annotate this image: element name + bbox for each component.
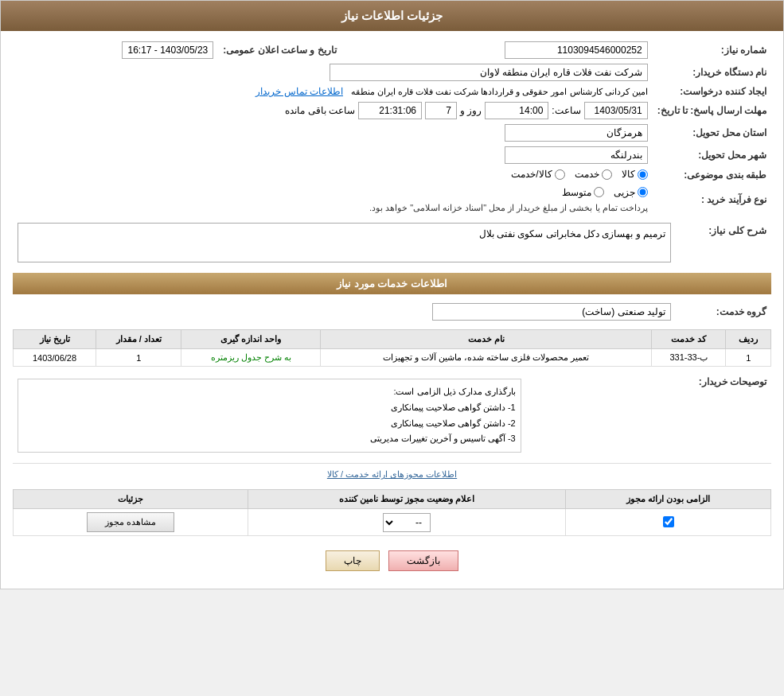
need-description-text: ترمیم و بهسازی دکل مخابراتی سکوی نفتی بل…	[479, 228, 665, 239]
page-header: جزئیات اطلاعات نیاز	[1, 1, 783, 31]
permit-required-checkbox[interactable]	[663, 516, 674, 527]
deadline-day-label: روز و	[460, 105, 482, 116]
buyer-label: نام دستگاه خریدار:	[653, 61, 771, 84]
deadline-label: مهلت ارسال پاسخ: تا تاریخ:	[653, 99, 771, 122]
deadline-time-label: ساعت:	[552, 105, 580, 116]
deadline-date: 1403/05/31	[584, 102, 648, 119]
announcement-value: 1403/05/23 - 16:17	[13, 39, 218, 61]
city-input: بندرلنگه	[505, 146, 648, 164]
deadline-time: 14:00	[485, 102, 548, 119]
buyer-input: شرکت نفت فلات قاره ایران منطقه لاوان	[330, 64, 648, 81]
category-both-radio[interactable]	[555, 169, 565, 180]
info-row-creator: ایجاد کننده درخواست: امین کردانی کارشناس…	[13, 84, 771, 99]
purchase-partial-option[interactable]: جزیی	[614, 187, 648, 198]
header-title: جزئیات اطلاعات نیاز	[341, 9, 443, 22]
purchase-type-label: نوع فرآیند خرید :	[653, 185, 771, 216]
category-value: کالا خدمت کالا/خدمت	[13, 166, 653, 185]
col-date: تاریخ نیاز	[14, 330, 96, 349]
purchase-note-text: پرداخت تمام یا بخشی از مبلغ خریدار از مح…	[18, 202, 648, 213]
back-button[interactable]: بازگشت	[388, 550, 458, 571]
permits-section-link-area: اطلاعات مجوزهای ارائه خدمت / کالا	[13, 463, 771, 484]
purchase-medium-option[interactable]: متوسط	[562, 187, 604, 198]
city-value: بندرلنگه	[13, 144, 653, 166]
purchase-type-value: جزیی متوسط پرداخت تمام یا بخشی از مبلغ خ…	[13, 185, 653, 216]
desc-list-item: 3- آگهی تاسیس و آخرین تغییرات مدیریتی	[23, 431, 516, 447]
info-row-deadline: مهلت ارسال پاسخ: تا تاریخ: 1403/05/31 سا…	[13, 99, 771, 122]
creator-link[interactable]: اطلاعات تماس خریدار	[255, 86, 343, 97]
creator-text: امین کردانی کارشناس امور حقوقی و قرارداد…	[351, 87, 648, 96]
category-service-radio[interactable]	[602, 169, 612, 180]
category-both-option[interactable]: کالا/خدمت	[511, 169, 564, 180]
description-section: شرح کلی نیاز: ترمیم و بهسازی دکل مخابرات…	[13, 220, 771, 265]
services-table-body: 1 ب-33-331 تعمیر محصولات فلزی ساخته شده،…	[14, 349, 771, 367]
purchase-medium-radio[interactable]	[594, 187, 604, 197]
service-group-value: تولید صنعتی (ساخت)	[13, 301, 676, 323]
province-label: استان محل تحویل:	[653, 122, 771, 144]
city-label: شهر محل تحویل:	[653, 144, 771, 166]
info-row-city: شهر محل تحویل: بندرلنگه	[13, 144, 771, 166]
permits-link[interactable]: اطلاعات مجوزهای ارائه خدمت / کالا	[327, 469, 457, 479]
service-group-table: گروه خدمت: تولید صنعتی (ساخت)	[13, 301, 771, 323]
buyer-value: شرکت نفت فلات قاره ایران منطقه لاوان	[13, 61, 653, 84]
permit-table-header: الزامی بودن ارائه مجوز اعلام وضعیت مجوز …	[14, 490, 771, 509]
permit-required-cell	[566, 509, 771, 536]
announcement-label: تاریخ و ساعت اعلان عمومی:	[218, 39, 341, 61]
creator-value: امین کردانی کارشناس امور حقوقی و قرارداد…	[13, 84, 653, 99]
need-description-value: ترمیم و بهسازی دکل مخابراتی سکوی نفتی بل…	[13, 220, 676, 265]
permit-col-details: جزئیات	[14, 490, 248, 509]
category-goods-label: کالا	[622, 169, 635, 180]
info-row-purchase-type: نوع فرآیند خرید : جزیی متوسط	[13, 185, 771, 216]
view-permit-button[interactable]: مشاهده مجوز	[87, 512, 174, 532]
purchase-medium-label: متوسط	[562, 187, 591, 198]
permit-col-required: الزامی بودن ارائه مجوز	[566, 490, 771, 509]
deadline-days: 7	[425, 102, 457, 119]
province-input: هرمزگان	[505, 124, 648, 142]
purchase-note: پرداخت تمام یا بخشی از مبلغ خریدار از مح…	[369, 203, 648, 212]
services-table-header: ردیف کد خدمت نام خدمت واحد اندازه گیری ت…	[14, 330, 771, 349]
cell-row-num: 1	[726, 349, 771, 367]
col-unit: واحد اندازه گیری	[181, 330, 321, 349]
buyer-desc-value: بارگذاری مدارک ذیل الزامی است:1- داشتن گ…	[13, 373, 526, 458]
info-row-need-number: شماره نیاز: 1103094546000252 تاریخ و ساع…	[13, 39, 771, 61]
need-description-label: شرح کلی نیاز:	[676, 220, 771, 265]
page-wrapper: جزئیات اطلاعات نیاز شماره نیاز: 11030945…	[0, 0, 784, 589]
permit-status-select[interactable]: --	[383, 513, 431, 532]
services-section-title: اطلاعات خدمات مورد نیاز	[13, 273, 771, 294]
need-description-row: شرح کلی نیاز: ترمیم و بهسازی دکل مخابرات…	[13, 220, 771, 265]
cell-unit: به شرح جدول ریزمتره	[181, 349, 321, 367]
cell-service-code: ب-33-331	[652, 349, 726, 367]
desc-list-item: 2- داشتن گواهی صلاحیت پیمانکاری	[23, 416, 516, 432]
col-service-code: کد خدمت	[652, 330, 726, 349]
need-description-box: ترمیم و بهسازی دکل مخابراتی سکوی نفتی بل…	[18, 223, 671, 262]
button-row: بازگشت چاپ	[13, 541, 771, 581]
cell-quantity: 1	[96, 349, 181, 367]
permit-status-cell: --	[248, 509, 566, 536]
purchase-partial-label: جزیی	[614, 187, 635, 198]
permit-table-body: -- مشاهده مجوز	[14, 509, 771, 536]
category-goods-option[interactable]: کالا	[622, 169, 648, 180]
need-number-label: شماره نیاز:	[653, 39, 771, 61]
desc-list-item: 1- داشتن گواهی صلاحیت پیمانکاری	[23, 400, 516, 416]
category-goods-radio[interactable]	[638, 169, 648, 180]
creator-label: ایجاد کننده درخواست:	[653, 84, 771, 99]
announcement-input: 1403/05/23 - 16:17	[122, 41, 213, 59]
permit-details-cell: مشاهده مجوز	[14, 509, 248, 536]
deadline-remaining-label: ساعت باقی مانده	[285, 105, 355, 116]
purchase-partial-radio[interactable]	[638, 187, 648, 197]
service-group-input: تولید صنعتی (ساخت)	[432, 303, 671, 321]
print-button[interactable]: چاپ	[326, 550, 380, 571]
category-service-option[interactable]: خدمت	[575, 169, 612, 180]
province-value: هرمزگان	[13, 122, 653, 144]
cell-service-name: تعمیر محصولات فلزی ساخته شده، ماشین آلات…	[320, 349, 651, 367]
need-number-input: 1103094546000252	[505, 41, 648, 59]
deadline-value: 1403/05/31 ساعت: 14:00 روز و 7 21:31:06 …	[13, 99, 653, 122]
info-row-province: استان محل تحویل: هرمزگان	[13, 122, 771, 144]
category-label: طبقه بندی موضوعی:	[653, 166, 771, 185]
cell-date: 1403/06/28	[14, 349, 96, 367]
table-row: 1 ب-33-331 تعمیر محصولات فلزی ساخته شده،…	[14, 349, 771, 367]
buyer-desc-box: بارگذاری مدارک ذیل الزامی است:1- داشتن گ…	[18, 379, 521, 453]
buyer-desc-row: توصیحات خریدار: بارگذاری مدارک ذیل الزام…	[13, 373, 771, 458]
basic-info-table: شماره نیاز: 1103094546000252 تاریخ و ساع…	[13, 39, 771, 216]
info-row-category: طبقه بندی موضوعی: کالا خدمت	[13, 166, 771, 185]
main-content: شماره نیاز: 1103094546000252 تاریخ و ساع…	[1, 31, 783, 589]
